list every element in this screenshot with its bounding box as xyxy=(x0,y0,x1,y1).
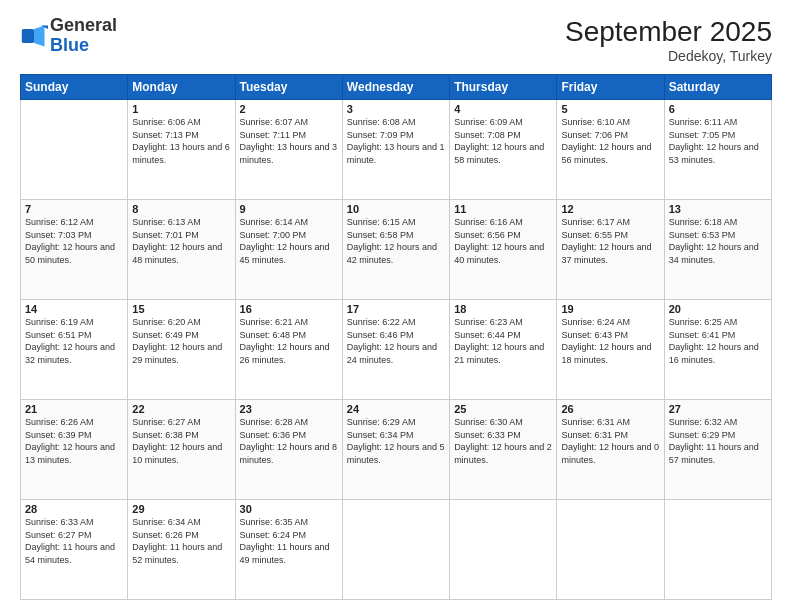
week-row-5: 28Sunrise: 6:33 AMSunset: 6:27 PMDayligh… xyxy=(21,500,772,600)
day-cell: 13Sunrise: 6:18 AMSunset: 6:53 PMDayligh… xyxy=(664,200,771,300)
day-cell: 5Sunrise: 6:10 AMSunset: 7:06 PMDaylight… xyxy=(557,100,664,200)
day-cell xyxy=(21,100,128,200)
day-number: 17 xyxy=(347,303,445,315)
day-cell: 15Sunrise: 6:20 AMSunset: 6:49 PMDayligh… xyxy=(128,300,235,400)
day-info: Sunrise: 6:32 AMSunset: 6:29 PMDaylight:… xyxy=(669,416,767,466)
day-cell xyxy=(557,500,664,600)
day-info: Sunrise: 6:24 AMSunset: 6:43 PMDaylight:… xyxy=(561,316,659,366)
day-info: Sunrise: 6:20 AMSunset: 6:49 PMDaylight:… xyxy=(132,316,230,366)
day-info: Sunrise: 6:21 AMSunset: 6:48 PMDaylight:… xyxy=(240,316,338,366)
day-info: Sunrise: 6:27 AMSunset: 6:38 PMDaylight:… xyxy=(132,416,230,466)
day-number: 22 xyxy=(132,403,230,415)
day-number: 6 xyxy=(669,103,767,115)
day-info: Sunrise: 6:16 AMSunset: 6:56 PMDaylight:… xyxy=(454,216,552,266)
day-cell: 16Sunrise: 6:21 AMSunset: 6:48 PMDayligh… xyxy=(235,300,342,400)
day-info: Sunrise: 6:10 AMSunset: 7:06 PMDaylight:… xyxy=(561,116,659,166)
day-info: Sunrise: 6:30 AMSunset: 6:33 PMDaylight:… xyxy=(454,416,552,466)
day-number: 19 xyxy=(561,303,659,315)
logo-icon xyxy=(20,22,48,50)
svg-rect-0 xyxy=(22,29,34,43)
day-cell: 8Sunrise: 6:13 AMSunset: 7:01 PMDaylight… xyxy=(128,200,235,300)
logo-general-text: General xyxy=(50,15,117,35)
day-cell: 24Sunrise: 6:29 AMSunset: 6:34 PMDayligh… xyxy=(342,400,449,500)
day-info: Sunrise: 6:09 AMSunset: 7:08 PMDaylight:… xyxy=(454,116,552,166)
week-row-2: 7Sunrise: 6:12 AMSunset: 7:03 PMDaylight… xyxy=(21,200,772,300)
day-number: 24 xyxy=(347,403,445,415)
day-number: 2 xyxy=(240,103,338,115)
day-cell: 26Sunrise: 6:31 AMSunset: 6:31 PMDayligh… xyxy=(557,400,664,500)
day-info: Sunrise: 6:11 AMSunset: 7:05 PMDaylight:… xyxy=(669,116,767,166)
day-number: 29 xyxy=(132,503,230,515)
day-number: 12 xyxy=(561,203,659,215)
day-number: 30 xyxy=(240,503,338,515)
day-number: 8 xyxy=(132,203,230,215)
day-cell: 3Sunrise: 6:08 AMSunset: 7:09 PMDaylight… xyxy=(342,100,449,200)
day-number: 23 xyxy=(240,403,338,415)
col-wednesday: Wednesday xyxy=(342,75,449,100)
main-title: September 2025 xyxy=(565,16,772,48)
day-cell xyxy=(342,500,449,600)
day-cell: 7Sunrise: 6:12 AMSunset: 7:03 PMDaylight… xyxy=(21,200,128,300)
col-friday: Friday xyxy=(557,75,664,100)
day-cell: 19Sunrise: 6:24 AMSunset: 6:43 PMDayligh… xyxy=(557,300,664,400)
day-cell: 2Sunrise: 6:07 AMSunset: 7:11 PMDaylight… xyxy=(235,100,342,200)
day-info: Sunrise: 6:26 AMSunset: 6:39 PMDaylight:… xyxy=(25,416,123,466)
day-info: Sunrise: 6:23 AMSunset: 6:44 PMDaylight:… xyxy=(454,316,552,366)
day-cell: 11Sunrise: 6:16 AMSunset: 6:56 PMDayligh… xyxy=(450,200,557,300)
day-info: Sunrise: 6:19 AMSunset: 6:51 PMDaylight:… xyxy=(25,316,123,366)
week-row-3: 14Sunrise: 6:19 AMSunset: 6:51 PMDayligh… xyxy=(21,300,772,400)
header: General Blue September 2025 Dedekoy, Tur… xyxy=(20,16,772,64)
day-number: 4 xyxy=(454,103,552,115)
day-cell: 14Sunrise: 6:19 AMSunset: 6:51 PMDayligh… xyxy=(21,300,128,400)
day-number: 15 xyxy=(132,303,230,315)
day-number: 26 xyxy=(561,403,659,415)
day-number: 16 xyxy=(240,303,338,315)
day-number: 28 xyxy=(25,503,123,515)
day-cell: 18Sunrise: 6:23 AMSunset: 6:44 PMDayligh… xyxy=(450,300,557,400)
day-number: 18 xyxy=(454,303,552,315)
day-number: 3 xyxy=(347,103,445,115)
day-info: Sunrise: 6:28 AMSunset: 6:36 PMDaylight:… xyxy=(240,416,338,466)
col-tuesday: Tuesday xyxy=(235,75,342,100)
day-cell xyxy=(450,500,557,600)
header-row: Sunday Monday Tuesday Wednesday Thursday… xyxy=(21,75,772,100)
day-cell: 1Sunrise: 6:06 AMSunset: 7:13 PMDaylight… xyxy=(128,100,235,200)
day-number: 14 xyxy=(25,303,123,315)
day-cell xyxy=(664,500,771,600)
subtitle: Dedekoy, Turkey xyxy=(565,48,772,64)
day-info: Sunrise: 6:07 AMSunset: 7:11 PMDaylight:… xyxy=(240,116,338,166)
day-info: Sunrise: 6:35 AMSunset: 6:24 PMDaylight:… xyxy=(240,516,338,566)
day-info: Sunrise: 6:15 AMSunset: 6:58 PMDaylight:… xyxy=(347,216,445,266)
col-saturday: Saturday xyxy=(664,75,771,100)
day-info: Sunrise: 6:13 AMSunset: 7:01 PMDaylight:… xyxy=(132,216,230,266)
day-cell: 17Sunrise: 6:22 AMSunset: 6:46 PMDayligh… xyxy=(342,300,449,400)
day-info: Sunrise: 6:33 AMSunset: 6:27 PMDaylight:… xyxy=(25,516,123,566)
page: General Blue September 2025 Dedekoy, Tur… xyxy=(0,0,792,612)
day-cell: 22Sunrise: 6:27 AMSunset: 6:38 PMDayligh… xyxy=(128,400,235,500)
logo: General Blue xyxy=(20,16,117,56)
day-cell: 12Sunrise: 6:17 AMSunset: 6:55 PMDayligh… xyxy=(557,200,664,300)
day-info: Sunrise: 6:34 AMSunset: 6:26 PMDaylight:… xyxy=(132,516,230,566)
day-info: Sunrise: 6:08 AMSunset: 7:09 PMDaylight:… xyxy=(347,116,445,166)
day-cell: 9Sunrise: 6:14 AMSunset: 7:00 PMDaylight… xyxy=(235,200,342,300)
day-cell: 10Sunrise: 6:15 AMSunset: 6:58 PMDayligh… xyxy=(342,200,449,300)
day-info: Sunrise: 6:25 AMSunset: 6:41 PMDaylight:… xyxy=(669,316,767,366)
day-number: 10 xyxy=(347,203,445,215)
day-cell: 6Sunrise: 6:11 AMSunset: 7:05 PMDaylight… xyxy=(664,100,771,200)
day-info: Sunrise: 6:18 AMSunset: 6:53 PMDaylight:… xyxy=(669,216,767,266)
day-number: 27 xyxy=(669,403,767,415)
week-row-4: 21Sunrise: 6:26 AMSunset: 6:39 PMDayligh… xyxy=(21,400,772,500)
day-number: 25 xyxy=(454,403,552,415)
day-number: 21 xyxy=(25,403,123,415)
day-info: Sunrise: 6:17 AMSunset: 6:55 PMDaylight:… xyxy=(561,216,659,266)
week-row-1: 1Sunrise: 6:06 AMSunset: 7:13 PMDaylight… xyxy=(21,100,772,200)
logo-blue-text: Blue xyxy=(50,35,89,55)
day-cell: 29Sunrise: 6:34 AMSunset: 6:26 PMDayligh… xyxy=(128,500,235,600)
day-cell: 30Sunrise: 6:35 AMSunset: 6:24 PMDayligh… xyxy=(235,500,342,600)
col-monday: Monday xyxy=(128,75,235,100)
day-cell: 20Sunrise: 6:25 AMSunset: 6:41 PMDayligh… xyxy=(664,300,771,400)
day-info: Sunrise: 6:22 AMSunset: 6:46 PMDaylight:… xyxy=(347,316,445,366)
svg-marker-1 xyxy=(34,25,45,46)
day-info: Sunrise: 6:12 AMSunset: 7:03 PMDaylight:… xyxy=(25,216,123,266)
title-block: September 2025 Dedekoy, Turkey xyxy=(565,16,772,64)
